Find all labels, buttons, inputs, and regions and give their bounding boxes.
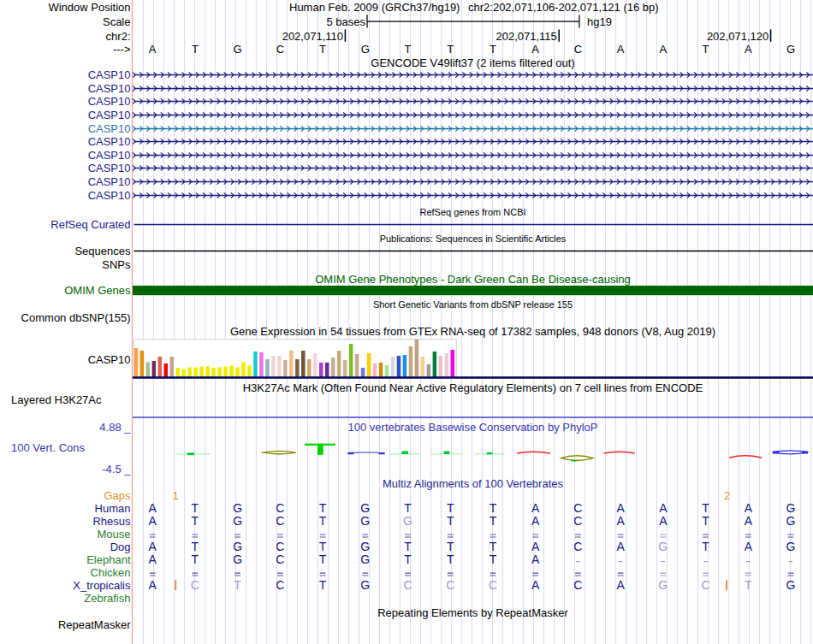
svg-text:T: T bbox=[447, 43, 454, 56]
svg-text:1: 1 bbox=[173, 489, 179, 502]
svg-text:Sequences: Sequences bbox=[74, 245, 131, 257]
svg-text:Repeating Elements by RepeatMa: Repeating Elements by RepeatMasker bbox=[377, 606, 568, 619]
svg-text:202,071,115: 202,071,115 bbox=[496, 30, 556, 43]
svg-text:hg19: hg19 bbox=[587, 15, 612, 28]
svg-text:100 vertebrates Basewise Conse: 100 vertebrates Basewise Conservation by… bbox=[348, 421, 598, 434]
svg-text:T: T bbox=[319, 514, 327, 528]
svg-text:T: T bbox=[404, 552, 412, 566]
svg-text:T: T bbox=[447, 501, 454, 515]
svg-text:G: G bbox=[403, 514, 412, 528]
svg-text:Human Feb. 2009 (GRCh37/hg19): Human Feb. 2009 (GRCh37/hg19) bbox=[289, 1, 460, 14]
svg-text:G: G bbox=[360, 501, 370, 515]
svg-text:C: C bbox=[191, 578, 199, 592]
svg-text:Dog: Dog bbox=[110, 541, 131, 553]
svg-text:OMIM Genes: OMIM Genes bbox=[64, 284, 131, 297]
svg-text:H3K27Ac Mark (Often Found Near: H3K27Ac Mark (Often Found Near Active Re… bbox=[243, 381, 703, 394]
svg-text:T: T bbox=[745, 578, 752, 592]
svg-text:T: T bbox=[404, 501, 412, 515]
svg-text:G: G bbox=[360, 552, 370, 566]
svg-text:CASP10: CASP10 bbox=[88, 82, 131, 95]
svg-text:C: C bbox=[573, 501, 582, 515]
svg-text:A: A bbox=[149, 514, 157, 528]
svg-text:T: T bbox=[319, 540, 327, 553]
svg-text:T: T bbox=[490, 514, 497, 528]
svg-text:CASP10: CASP10 bbox=[88, 68, 131, 81]
svg-text:Gaps: Gaps bbox=[104, 489, 131, 502]
svg-text:T: T bbox=[703, 43, 709, 56]
svg-text:C: C bbox=[276, 514, 284, 528]
svg-text:A: A bbox=[531, 578, 540, 592]
svg-text:T: T bbox=[447, 514, 454, 528]
svg-text:T: T bbox=[490, 501, 497, 515]
svg-text:A: A bbox=[149, 43, 157, 56]
svg-text:CASP10: CASP10 bbox=[88, 189, 131, 202]
svg-text:C: C bbox=[489, 578, 497, 592]
svg-text:A: A bbox=[616, 514, 625, 528]
svg-text:A: A bbox=[745, 514, 753, 528]
svg-text:Gene Expression in 54 tissues: Gene Expression in 54 tissues from GTEx … bbox=[230, 325, 715, 338]
svg-text:Multiz Alignments of 100 Verte: Multiz Alignments of 100 Vertebrates bbox=[383, 477, 564, 490]
svg-text:C: C bbox=[574, 43, 582, 56]
svg-text:T: T bbox=[192, 514, 199, 528]
svg-text:A: A bbox=[659, 514, 668, 528]
svg-text:T: T bbox=[319, 501, 327, 515]
svg-text:A: A bbox=[531, 540, 540, 553]
svg-text:4.88 _: 4.88 _ bbox=[99, 421, 131, 434]
svg-text:T: T bbox=[490, 43, 496, 56]
svg-text:Short Genetic Variants from db: Short Genetic Variants from dbSNP releas… bbox=[373, 299, 573, 310]
svg-text:A: A bbox=[745, 540, 753, 553]
svg-text:A: A bbox=[149, 578, 157, 592]
svg-text:G: G bbox=[786, 514, 796, 528]
svg-text:C: C bbox=[276, 501, 284, 515]
svg-text:CASP10: CASP10 bbox=[88, 149, 131, 162]
svg-text:Scale: Scale bbox=[103, 15, 131, 28]
svg-text:CASP10: CASP10 bbox=[88, 135, 131, 148]
svg-text:X_tropicalis: X_tropicalis bbox=[73, 579, 131, 592]
svg-text:C: C bbox=[573, 578, 582, 592]
svg-text:T: T bbox=[447, 552, 454, 566]
svg-text:T: T bbox=[319, 43, 326, 56]
svg-text:A: A bbox=[745, 501, 753, 515]
svg-text:G: G bbox=[360, 514, 370, 528]
svg-text:A: A bbox=[531, 514, 540, 528]
svg-text:Chicken: Chicken bbox=[91, 566, 131, 579]
svg-text:-4.5 _: -4.5 _ bbox=[102, 463, 131, 476]
svg-text:C: C bbox=[276, 43, 284, 56]
svg-text:C: C bbox=[573, 540, 582, 553]
svg-text:G: G bbox=[360, 578, 370, 592]
svg-text:GENCODE V49lift37 (2 items fil: GENCODE V49lift37 (2 items filtered out) bbox=[371, 56, 574, 69]
svg-text:T: T bbox=[192, 501, 199, 515]
svg-text:C: C bbox=[276, 552, 284, 566]
svg-text:RefSeq genes from NCBI: RefSeq genes from NCBI bbox=[419, 207, 525, 217]
svg-text:5 bases: 5 bases bbox=[326, 15, 365, 28]
svg-text:100 Vert. Cons: 100 Vert. Cons bbox=[11, 441, 85, 454]
svg-text:Mouse: Mouse bbox=[97, 528, 130, 541]
svg-text:CASP10: CASP10 bbox=[88, 109, 131, 121]
svg-text:T: T bbox=[702, 501, 709, 515]
svg-text:T: T bbox=[192, 540, 199, 553]
svg-text:T: T bbox=[490, 540, 497, 553]
svg-text:--->: ---> bbox=[113, 43, 131, 56]
svg-text:A: A bbox=[659, 43, 667, 56]
svg-text:A: A bbox=[531, 552, 540, 566]
svg-text:RepeatMasker: RepeatMasker bbox=[58, 618, 131, 631]
svg-text:C: C bbox=[276, 540, 284, 553]
svg-text:OMIM Gene Phenotypes - Dark Gr: OMIM Gene Phenotypes - Dark Green Can Be… bbox=[315, 273, 631, 286]
svg-text:202,071,120: 202,071,120 bbox=[707, 30, 768, 43]
svg-text:Layered H3K27Ac: Layered H3K27Ac bbox=[11, 393, 102, 406]
svg-text:C: C bbox=[702, 578, 710, 592]
svg-text:C: C bbox=[573, 514, 582, 528]
svg-text:A: A bbox=[745, 43, 752, 56]
svg-text:G: G bbox=[658, 578, 668, 592]
svg-text:Window Position: Window Position bbox=[48, 1, 130, 14]
svg-text:CASP10: CASP10 bbox=[88, 162, 131, 174]
svg-text:Elephant: Elephant bbox=[86, 553, 131, 566]
svg-text:CASP10: CASP10 bbox=[88, 95, 131, 108]
svg-text:Human: Human bbox=[95, 502, 131, 515]
svg-text:C: C bbox=[403, 578, 412, 592]
svg-text:T: T bbox=[404, 540, 412, 553]
svg-text:G: G bbox=[233, 514, 242, 528]
svg-text:T: T bbox=[490, 552, 497, 566]
svg-text:Zebrafish: Zebrafish bbox=[84, 592, 130, 605]
svg-text:CASP10: CASP10 bbox=[88, 353, 131, 366]
